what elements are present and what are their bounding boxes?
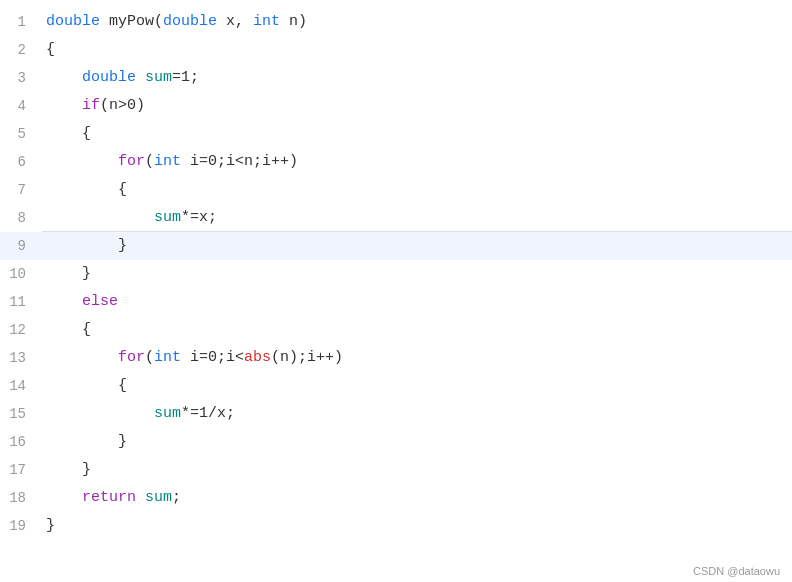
code-line: 11 else — [0, 288, 792, 316]
line-number: 8 — [0, 204, 42, 232]
token: } — [46, 517, 55, 534]
token: double — [163, 13, 217, 30]
code-line: 14 { — [0, 372, 792, 400]
line-number: 16 — [0, 428, 42, 456]
line-number: 13 — [0, 344, 42, 372]
line-content: sum*=x; — [42, 204, 792, 232]
token: } — [118, 433, 127, 450]
code-container: 1double myPow(double x, int n)2{3 double… — [0, 0, 792, 560]
token — [46, 293, 82, 310]
token: for — [118, 153, 145, 170]
line-content: } — [42, 232, 792, 260]
line-number: 5 — [0, 120, 42, 148]
token — [46, 181, 118, 198]
code-line: 9 } — [0, 232, 792, 260]
token — [46, 209, 154, 226]
token: { — [46, 41, 55, 58]
token: { — [118, 181, 127, 198]
code-line: 19} — [0, 512, 792, 540]
token: =1; — [172, 69, 199, 86]
line-content: { — [42, 36, 792, 64]
line-number: 11 — [0, 288, 42, 316]
line-number: 6 — [0, 148, 42, 176]
token: { — [118, 377, 127, 394]
token: ( — [154, 13, 163, 30]
token — [46, 125, 82, 142]
line-number: 15 — [0, 400, 42, 428]
token: (n);i++) — [271, 349, 343, 366]
token: sum — [154, 405, 181, 422]
line-number: 3 — [0, 64, 42, 92]
token: } — [118, 237, 127, 254]
code-line: 6 for(int i=0;i<n;i++) — [0, 148, 792, 176]
line-content: { — [42, 316, 792, 344]
footer: CSDN @dataowu — [0, 560, 792, 582]
line-number: 4 — [0, 92, 42, 120]
token: if — [82, 97, 100, 114]
line-number: 10 — [0, 260, 42, 288]
code-line: 10 } — [0, 260, 792, 288]
line-number: 19 — [0, 512, 42, 540]
code-line: 12 { — [0, 316, 792, 344]
footer-text: CSDN @dataowu — [693, 565, 780, 577]
line-content: } — [42, 428, 792, 456]
token: ; — [172, 489, 181, 506]
token: n) — [280, 13, 307, 30]
code-line: 7 { — [0, 176, 792, 204]
token — [46, 153, 118, 170]
line-content: return sum; — [42, 484, 792, 512]
token: sum — [145, 69, 172, 86]
line-content: { — [42, 176, 792, 204]
token — [46, 69, 82, 86]
line-content: } — [42, 456, 792, 484]
token: double — [46, 13, 100, 30]
code-line: 4 if(n>0) — [0, 92, 792, 120]
token — [136, 489, 145, 506]
token: else — [82, 293, 118, 310]
token — [46, 405, 154, 422]
token: x, — [217, 13, 253, 30]
token: double — [82, 69, 136, 86]
line-number: 17 — [0, 456, 42, 484]
token: sum — [145, 489, 172, 506]
token: ( — [145, 153, 154, 170]
line-content: } — [42, 260, 792, 288]
token — [46, 349, 118, 366]
line-content: if(n>0) — [42, 92, 792, 120]
code-line: 18 return sum; — [0, 484, 792, 512]
token — [46, 97, 82, 114]
token — [46, 433, 118, 450]
line-number: 2 — [0, 36, 42, 64]
line-content: { — [42, 372, 792, 400]
line-content: for(int i=0;i<abs(n);i++) — [42, 344, 792, 372]
code-line: 2{ — [0, 36, 792, 64]
token: int — [154, 153, 181, 170]
code-line: 1double myPow(double x, int n) — [0, 8, 792, 36]
token: { — [82, 125, 91, 142]
code-line: 15 sum*=1/x; — [0, 400, 792, 428]
token — [46, 461, 82, 478]
token: int — [154, 349, 181, 366]
code-line: 8 sum*=x; — [0, 204, 792, 232]
line-content: sum*=1/x; — [42, 400, 792, 428]
line-number: 9 — [0, 232, 42, 260]
code-line: 13 for(int i=0;i<abs(n);i++) — [0, 344, 792, 372]
token — [46, 377, 118, 394]
token: i=0;i< — [181, 349, 244, 366]
line-content: else — [42, 288, 792, 316]
line-number: 1 — [0, 8, 42, 36]
token: *=1/x; — [181, 405, 235, 422]
line-content: double sum=1; — [42, 64, 792, 92]
token — [100, 13, 109, 30]
token — [46, 489, 82, 506]
code-line: 16 } — [0, 428, 792, 456]
token: i=0;i<n;i++) — [181, 153, 298, 170]
code-line: 5 { — [0, 120, 792, 148]
token: abs — [244, 349, 271, 366]
line-content: } — [42, 512, 792, 540]
token — [46, 237, 118, 254]
token: { — [82, 321, 91, 338]
token: int — [253, 13, 280, 30]
code-line: 3 double sum=1; — [0, 64, 792, 92]
token — [136, 69, 145, 86]
